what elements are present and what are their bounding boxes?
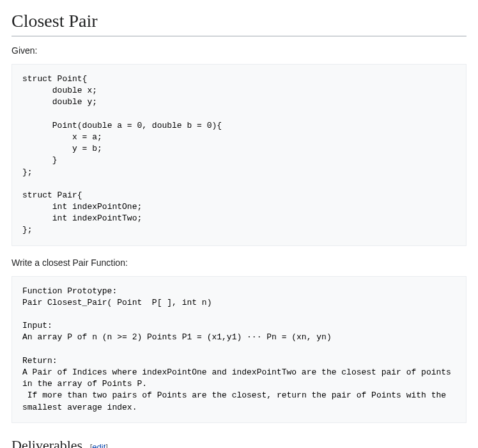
page-title: Closest Pair [12, 8, 466, 36]
code-block-structs: struct Point{ double x; double y; Point(… [12, 64, 466, 246]
code-block-prototype: Function Prototype: Pair Closest_Pair( P… [12, 276, 466, 423]
bracket-close: ] [105, 442, 108, 448]
given-label: Given: [12, 44, 466, 58]
edit-link[interactable]: edit [92, 442, 105, 448]
deliverables-heading: Deliverables [edit] [12, 435, 466, 448]
section-edit-wrapper: [edit] [90, 442, 108, 448]
write-function-label: Write a closest Pair Function: [12, 256, 466, 270]
deliverables-heading-text: Deliverables [12, 437, 82, 448]
